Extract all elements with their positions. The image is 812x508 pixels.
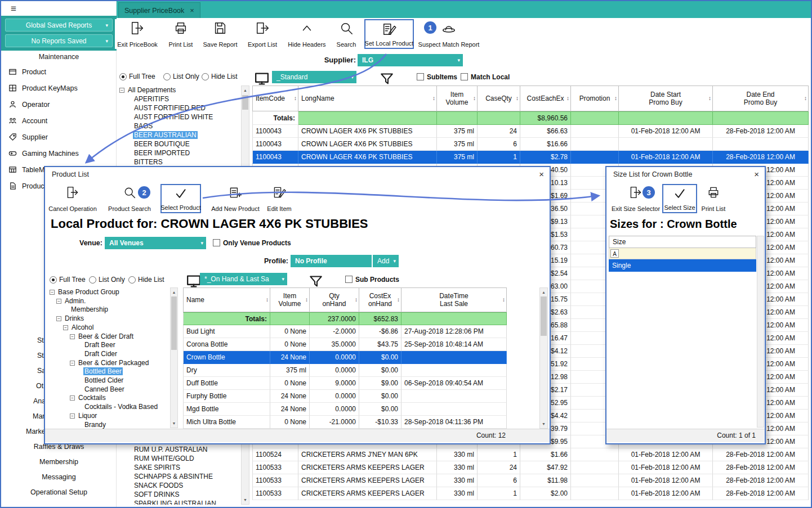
list-only-radio[interactable]: List Only [163, 72, 199, 81]
tree-item-membership[interactable]: Membership [70, 305, 109, 314]
full-tree-radio[interactable]: Full Tree [50, 275, 86, 284]
tree-item-cocktails-vodka-based[interactable]: Cocktails - Vodka Based [83, 402, 159, 411]
tree-item-sake-spirits[interactable]: SAKE SPIRITS [133, 463, 181, 472]
filter-icon[interactable] [309, 274, 323, 289]
save-report-button[interactable]: Save Report [200, 19, 240, 49]
sidebar-item-product-keymaps[interactable]: Product KeyMaps [1, 80, 117, 96]
venue-dropdown[interactable]: All Venues ▾ [105, 237, 206, 249]
sidebar-item-maintenance[interactable]: Maintenance [1, 50, 117, 64]
close-icon[interactable]: × [539, 167, 544, 182]
scroll-up-icon[interactable]: ▲ [242, 86, 249, 95]
tree-item-bottled-cider[interactable]: Bottled Cider [83, 376, 124, 385]
collapse-icon[interactable]: − [63, 325, 68, 330]
product-row[interactable]: Crown Bottle24 None0.0000$0.00 [183, 351, 507, 364]
product-layout-dropdown[interactable]: *_On Hand & Last Sa ▾ [200, 273, 287, 285]
filter-a-button[interactable]: A [610, 249, 619, 258]
product-tree-scrollbar[interactable]: ▲▼ [170, 287, 178, 428]
sidebar-item-ot[interactable]: Ot [36, 379, 43, 393]
scroll-thumb[interactable] [171, 296, 177, 350]
scroll-up-icon[interactable]: ▲ [540, 288, 547, 296]
close-icon[interactable]: × [754, 167, 759, 182]
column-header-date-start-promo-buy[interactable]: Date StartPromo Buy↕ [619, 86, 713, 111]
pricebook-row[interactable]: 1100043CROWN LAGER 4X6 PK STUBBIES375 ml… [252, 125, 809, 138]
product-row[interactable]: Dry375 ml0.0000$0.00 [183, 364, 507, 377]
tree-item-schnapps-absinthe[interactable]: SCHNAPPS & ABSINTHE [133, 472, 214, 481]
size-column-header[interactable]: Size [609, 236, 756, 248]
collapse-icon[interactable]: − [50, 290, 55, 295]
collapse-icon[interactable]: − [56, 299, 61, 304]
tree-item-rum-white-gold[interactable]: RUM WHITE/GOLD [133, 454, 195, 463]
sidebar-item-operational-setup[interactable]: Operational Setup [1, 485, 117, 500]
column-header-name[interactable]: Name↕ [183, 287, 270, 312]
sidebar-item-account[interactable]: Account [1, 113, 117, 129]
tree-item-draft-beer[interactable]: Draft Beer [83, 340, 117, 349]
pricebook-row[interactable]: 1100533CRICKETERS ARMS KEEPERS LAGER330 … [252, 487, 809, 500]
collapse-icon[interactable]: − [70, 395, 75, 401]
set-local-product-button[interactable]: Set Local Product [364, 19, 414, 49]
layout-view-icon[interactable] [255, 71, 269, 86]
size-filter-row[interactable]: A [609, 248, 756, 259]
collapse-icon[interactable]: − [70, 361, 75, 366]
tree-item-sparkling-australian[interactable]: SPARKLING AUSTRALIAN [133, 499, 217, 505]
tree-item-aust-fortified-white[interactable]: AUST FORTIFIED WHITE [133, 113, 214, 122]
sidebar-item-gaming-machines[interactable]: Gaming Machines [1, 145, 117, 161]
tree-item-aperitifs[interactable]: APERITIFS [133, 95, 170, 104]
tree-item-cocktails[interactable]: −Cocktails [70, 393, 107, 402]
column-header-item-volume[interactable]: ItemVolume↕ [437, 86, 478, 111]
no-reports-saved-dropdown[interactable]: No Reports Saved ▾ [5, 34, 113, 47]
column-header-caseqty[interactable]: CaseQty↕ [478, 86, 520, 111]
tree-item-all-departments[interactable]: −All Departments [119, 86, 177, 95]
edit-item-button[interactable]: Edit Item [263, 184, 296, 213]
layout-view-icon[interactable] [186, 274, 201, 289]
pricebook-row[interactable]: 1100533CRICKETERS ARMS KEEPERS LAGER330 … [252, 474, 809, 487]
sidebar-item-product[interactable]: Product [1, 64, 117, 80]
profile-add-dropdown[interactable]: Add ▾ [373, 255, 399, 267]
tree-item-rum-u-p-australian[interactable]: RUM U.P. AUSTRALIAN [133, 445, 208, 454]
filter-icon[interactable] [380, 71, 394, 86]
column-header-longname[interactable]: LongName↕ [298, 86, 437, 111]
sub-products-checkbox[interactable] [345, 276, 353, 283]
select-product-button[interactable]: Select Product [160, 184, 201, 213]
add-new-product-button[interactable]: Add New Product [208, 184, 263, 213]
search-button[interactable]: Search [333, 19, 360, 49]
tree-item-base-product-group[interactable]: −Base Product Group [50, 287, 121, 296]
product-row[interactable]: Furphy Bottle24 None0.0000$0.00 [183, 390, 507, 403]
tree-item-aust-fortified-red[interactable]: AUST FORTIFIED RED [133, 104, 207, 113]
scroll-thumb[interactable] [541, 296, 547, 336]
column-header-item-volume[interactable]: ItemVolume↕ [270, 287, 310, 312]
menu-icon[interactable]: ≡ [7, 2, 20, 16]
exit-pricebook-button[interactable]: Exit PriceBook [115, 19, 160, 49]
hide-list-radio[interactable]: Hide List [128, 275, 164, 284]
product-row[interactable]: Mgd Bottle24 None0.0000$0.00 [183, 403, 507, 416]
print-list-button[interactable]: Print List [166, 19, 196, 49]
match-local-checkbox[interactable] [461, 73, 468, 80]
tree-item-admin[interactable]: −Admin. [56, 296, 87, 305]
tree-item-beer-cider-draft[interactable]: −Beer & Cider Draft [70, 332, 135, 341]
tree-item-bottled-beer[interactable]: Bottled Beer [83, 367, 123, 376]
tab-supplier-pricebook[interactable]: Supplier PriceBook × [118, 2, 200, 18]
tree-item-draft-cider[interactable]: Draft Cider [83, 349, 118, 358]
collapse-icon[interactable]: − [56, 316, 61, 321]
column-header-costeachex[interactable]: CostEachEx↕ [520, 86, 571, 111]
export-list-button[interactable]: Export List [244, 19, 280, 49]
tree-item-drinks[interactable]: −Drinks [56, 314, 85, 323]
scroll-down-icon[interactable]: ▼ [540, 420, 547, 428]
collapse-icon[interactable]: − [70, 413, 75, 419]
product-row[interactable]: Duff Bottle0 None9.0000$9.0006-Sep-2018 … [183, 377, 507, 390]
sidebar-item-messaging[interactable]: Messaging [1, 470, 117, 484]
collapse-icon[interactable]: − [119, 88, 124, 93]
sidebar-item-mar[interactable]: Mar [33, 409, 45, 424]
subitems-checkbox[interactable] [417, 73, 424, 80]
pricebook-row[interactable]: 1100524CRICKETERS ARMS J'NEY MAN 6PK330 … [252, 448, 809, 461]
list-only-radio[interactable]: List Only [89, 275, 125, 284]
column-header-itemcode[interactable]: ItemCode↕ [252, 86, 298, 111]
cancel-operation-button[interactable]: Cancel Operation [47, 184, 99, 213]
tree-item-alcohol[interactable]: −Alcohol [63, 323, 95, 332]
sidebar-item-operator[interactable]: Operator [1, 96, 117, 113]
tree-item-beer-boutique[interactable]: BEER BOUTIQUE [133, 140, 191, 149]
sidebar-item-st[interactable]: St [37, 348, 44, 363]
pricebook-row[interactable]: 1100043CROWN LAGER 4X6 PK STUBBIES375 ml… [252, 151, 809, 164]
tree-item-beer-australian[interactable]: BEER AUSTRALIAN [133, 131, 198, 140]
select-size-button[interactable]: Select Size [662, 184, 697, 213]
scroll-down-icon[interactable]: ▼ [171, 419, 177, 428]
